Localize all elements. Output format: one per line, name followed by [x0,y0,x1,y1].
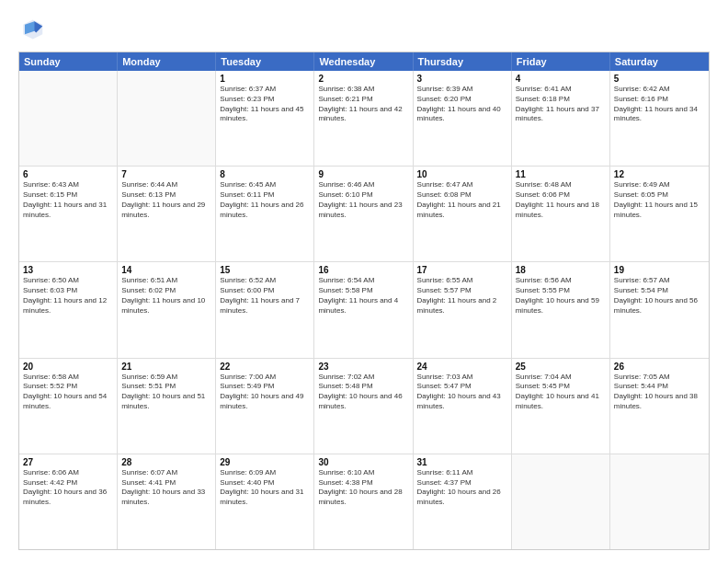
day-number: 12 [614,169,705,179]
cell-info-line: Sunrise: 6:59 AM [121,373,211,383]
header-day-monday: Monday [118,52,216,71]
cell-info-line: Sunset: 4:40 PM [220,478,310,488]
calendar-cell: 5Sunrise: 6:42 AMSunset: 6:16 PMDaylight… [610,71,709,166]
cell-info-line: Sunset: 4:42 PM [23,478,113,488]
cell-info-line: Daylight: 11 hours and 4 minutes. [318,296,408,316]
calendar-cell: 4Sunrise: 6:41 AMSunset: 6:18 PMDaylight… [512,71,610,166]
cell-info-line: Sunrise: 6:51 AM [121,276,211,286]
cell-info-line: Daylight: 10 hours and 46 minutes. [318,392,408,412]
cell-info-line: Daylight: 11 hours and 31 minutes. [23,201,113,221]
day-number: 7 [121,169,211,179]
cell-info-line: Daylight: 11 hours and 34 minutes. [614,105,705,125]
cell-info-line: Sunset: 6:00 PM [220,286,310,296]
cell-info-line: Sunrise: 6:54 AM [318,276,408,286]
header [18,17,710,42]
cell-info-line: Daylight: 10 hours and 49 minutes. [220,392,310,412]
cell-info-line: Sunrise: 6:45 AM [220,180,310,190]
cell-info-line: Sunset: 6:20 PM [417,95,507,105]
cell-info-line: Sunrise: 7:03 AM [417,373,507,383]
cell-info-line: Sunset: 6:18 PM [516,95,606,105]
calendar-cell: 19Sunrise: 6:57 AMSunset: 5:54 PMDayligh… [610,262,709,357]
cell-info-line: Sunrise: 6:49 AM [614,180,705,190]
cell-info-line: Sunset: 4:37 PM [417,478,507,488]
day-number: 24 [417,362,507,372]
cell-info-line: Sunrise: 6:57 AM [614,276,705,286]
day-number: 31 [417,457,507,467]
day-number: 15 [220,265,310,275]
day-number: 25 [516,362,606,372]
header-day-wednesday: Wednesday [314,52,413,71]
day-number: 28 [121,457,211,467]
cell-info-line: Sunset: 5:49 PM [220,382,310,392]
cell-info-line: Sunrise: 6:07 AM [121,468,211,478]
calendar-cell: 24Sunrise: 7:03 AMSunset: 5:47 PMDayligh… [414,359,512,454]
calendar-cell: 23Sunrise: 7:02 AMSunset: 5:48 PMDayligh… [314,359,413,454]
cell-info-line: Sunrise: 6:11 AM [417,468,507,478]
cell-info-line: Daylight: 11 hours and 42 minutes. [318,105,408,125]
cell-info-line: Daylight: 10 hours and 51 minutes. [121,392,211,412]
cell-info-line: Sunset: 4:38 PM [318,478,408,488]
calendar-cell [19,71,118,166]
cell-info-line: Sunrise: 6:44 AM [121,180,211,190]
day-number: 11 [516,169,606,179]
cell-info-line: Sunrise: 7:04 AM [516,373,606,383]
day-number: 5 [614,74,705,84]
day-number: 27 [23,457,113,467]
cell-info-line: Sunset: 6:11 PM [220,190,310,201]
cell-info-line: Daylight: 11 hours and 29 minutes. [121,201,211,221]
day-number: 1 [220,74,310,84]
calendar-cell [610,454,709,549]
calendar-header-row: SundayMondayTuesdayWednesdayThursdayFrid… [19,52,709,71]
calendar-cell: 13Sunrise: 6:50 AMSunset: 6:03 PMDayligh… [19,262,118,357]
calendar-cell: 12Sunrise: 6:49 AMSunset: 6:05 PMDayligh… [610,167,709,261]
cell-info-line: Daylight: 10 hours and 56 minutes. [614,296,705,316]
cell-info-line: Daylight: 11 hours and 2 minutes. [417,296,507,316]
calendar-cell: 25Sunrise: 7:04 AMSunset: 5:45 PMDayligh… [512,359,610,454]
cell-info-line: Sunrise: 6:41 AM [516,85,606,95]
cell-info-line: Sunset: 6:08 PM [417,190,507,201]
calendar-cell: 9Sunrise: 6:46 AMSunset: 6:10 PMDaylight… [314,167,413,261]
cell-info-line: Sunset: 5:45 PM [516,382,606,392]
cell-info-line: Daylight: 11 hours and 23 minutes. [318,201,408,221]
cell-info-line: Sunset: 6:23 PM [220,95,310,105]
cell-info-line: Sunrise: 6:58 AM [23,373,113,383]
calendar-cell: 21Sunrise: 6:59 AMSunset: 5:51 PMDayligh… [118,359,216,454]
day-number: 14 [121,265,211,275]
calendar-cell: 15Sunrise: 6:52 AMSunset: 6:00 PMDayligh… [216,262,314,357]
cell-info-line: Sunset: 5:48 PM [318,382,408,392]
day-number: 16 [318,265,408,275]
header-day-thursday: Thursday [414,52,512,71]
cell-info-line: Sunset: 5:57 PM [417,286,507,296]
calendar-cell: 6Sunrise: 6:43 AMSunset: 6:15 PMDaylight… [19,167,118,261]
cell-info-line: Sunset: 5:51 PM [121,382,211,392]
cell-info-line: Sunrise: 6:37 AM [220,85,310,95]
calendar-cell: 18Sunrise: 6:56 AMSunset: 5:55 PMDayligh… [512,262,610,357]
day-number: 30 [318,457,408,467]
day-number: 19 [614,265,705,275]
header-day-saturday: Saturday [610,52,709,71]
calendar-cell: 2Sunrise: 6:38 AMSunset: 6:21 PMDaylight… [314,71,413,166]
calendar-cell: 16Sunrise: 6:54 AMSunset: 5:58 PMDayligh… [314,262,413,357]
cell-info-line: Sunrise: 6:48 AM [516,180,606,190]
calendar-cell: 7Sunrise: 6:44 AMSunset: 6:13 PMDaylight… [118,167,216,261]
cell-info-line: Daylight: 10 hours and 54 minutes. [23,392,113,412]
calendar-week-4: 20Sunrise: 6:58 AMSunset: 5:52 PMDayligh… [19,359,709,454]
calendar-cell: 30Sunrise: 6:10 AMSunset: 4:38 PMDayligh… [314,454,413,549]
calendar-cell: 22Sunrise: 7:00 AMSunset: 5:49 PMDayligh… [216,359,314,454]
calendar-cell: 1Sunrise: 6:37 AMSunset: 6:23 PMDaylight… [216,71,314,166]
cell-info-line: Sunset: 4:41 PM [121,478,211,488]
day-number: 10 [417,169,507,179]
calendar-cell: 31Sunrise: 6:11 AMSunset: 4:37 PMDayligh… [414,454,512,549]
cell-info-line: Sunset: 6:16 PM [614,95,705,105]
logo-icon [18,17,44,42]
calendar-cell: 11Sunrise: 6:48 AMSunset: 6:06 PMDayligh… [512,167,610,261]
cell-info-line: Sunset: 6:13 PM [121,190,211,201]
cell-info-line: Sunrise: 6:42 AM [614,85,705,95]
cell-info-line: Daylight: 10 hours and 36 minutes. [23,488,113,508]
cell-info-line: Sunrise: 7:02 AM [318,373,408,383]
cell-info-line: Sunrise: 6:09 AM [220,468,310,478]
calendar-cell [118,71,216,166]
cell-info-line: Sunrise: 6:43 AM [23,180,113,190]
cell-info-line: Sunset: 6:15 PM [23,190,113,201]
calendar-week-2: 6Sunrise: 6:43 AMSunset: 6:15 PMDaylight… [19,167,709,262]
